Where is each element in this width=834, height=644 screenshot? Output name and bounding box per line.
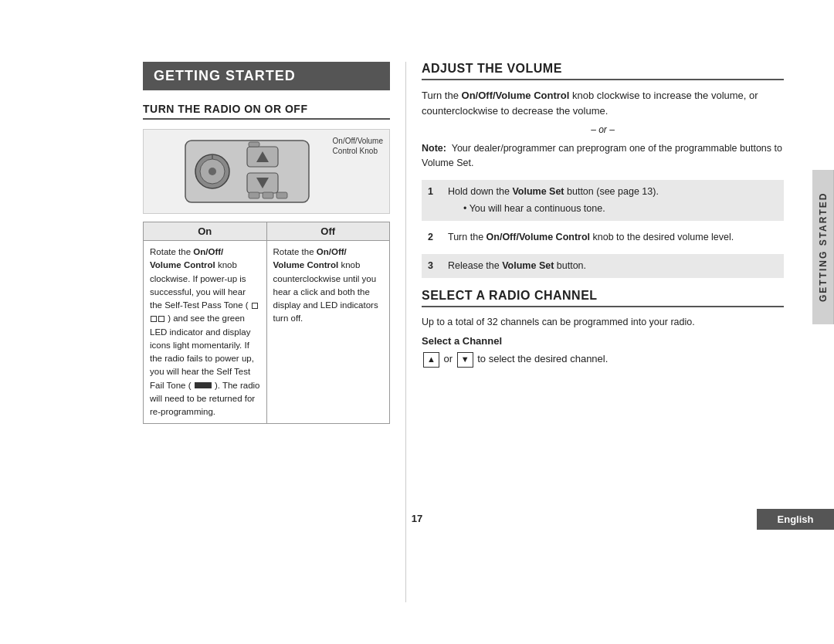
radio-svg <box>178 133 355 210</box>
select-channel-title: SELECT A RADIO CHANNEL <box>422 289 784 307</box>
or-separator: – or – <box>422 124 784 135</box>
step-3-number: 3 <box>428 259 442 273</box>
note-label: Note: <box>422 143 446 154</box>
side-tab: GETTING STARTED <box>812 170 834 324</box>
on-cell: Rotate the On/Off/Volume Control knob cl… <box>144 241 267 424</box>
svg-rect-11 <box>249 142 259 147</box>
steps-area: 1 Hold down the Volume Set button (see p… <box>422 180 784 278</box>
note-block: Note: Your dealer/programmer can preprog… <box>422 141 784 171</box>
or-text: or <box>444 353 453 364</box>
select-channel-intro: Up to a total of 32 channels can be prog… <box>422 315 784 330</box>
step-1-bullet: You will hear a continuous tone. <box>463 202 778 216</box>
on-header: On <box>144 222 267 241</box>
step-2: 2 Turn the On/Off/Volume Control knob to… <box>422 225 784 249</box>
left-column: GETTING STARTED TURN THE RADIO ON OR OFF <box>143 62 405 602</box>
step-1-content: Hold down the Volume Set button (see pag… <box>448 185 778 217</box>
knob-label: On/Off/Volume Control Knob <box>333 136 383 156</box>
on-off-table: On Off Rotate the On/Off/Volume Control … <box>143 222 390 424</box>
page: GETTING STARTED English 17 GETTING START… <box>0 0 834 644</box>
adjust-volume-title: ADJUST THE VOLUME <box>422 62 784 80</box>
step-3: 3 Release the Volume Set button. <box>422 254 784 278</box>
channel-instruction: ▲ or ▼ to select the desired channel. <box>422 351 784 368</box>
getting-started-header: GETTING STARTED <box>143 62 390 90</box>
svg-rect-10 <box>276 192 287 198</box>
turn-radio-section-title: TURN THE RADIO ON OR OFF <box>143 103 390 120</box>
svg-rect-8 <box>249 192 259 198</box>
radio-image: On/Off/Volume Control Knob <box>143 129 390 214</box>
adjust-intro: Turn the On/Off/Volume Control knob cloc… <box>422 88 784 118</box>
up-arrow-icon: ▲ <box>423 352 439 368</box>
select-channel-label: Select a Channel <box>422 335 784 347</box>
step-1: 1 Hold down the Volume Set button (see p… <box>422 180 784 222</box>
main-content: GETTING STARTED TURN THE RADIO ON OR OFF <box>143 62 807 602</box>
right-column: ADJUST THE VOLUME Turn the On/Off/Volume… <box>405 62 784 602</box>
step-2-content: Turn the On/Off/Volume Control knob to t… <box>448 230 778 245</box>
instruction-suffix: to select the desired channel. <box>477 353 608 364</box>
off-cell: Rotate the On/Off/Volume Control knob co… <box>266 241 390 424</box>
step-3-content: Release the Volume Set button. <box>448 259 778 273</box>
svg-point-3 <box>208 168 216 175</box>
down-arrow-icon: ▼ <box>457 352 473 368</box>
side-tab-label: GETTING STARTED <box>818 192 829 302</box>
select-channel-section: SELECT A RADIO CHANNEL Up to a total of … <box>422 289 784 368</box>
step-1-number: 1 <box>428 185 442 217</box>
svg-rect-9 <box>263 192 273 198</box>
step-2-number: 2 <box>428 230 442 245</box>
note-text: Your dealer/programmer can preprogram on… <box>422 143 782 168</box>
off-header: Off <box>266 222 390 241</box>
